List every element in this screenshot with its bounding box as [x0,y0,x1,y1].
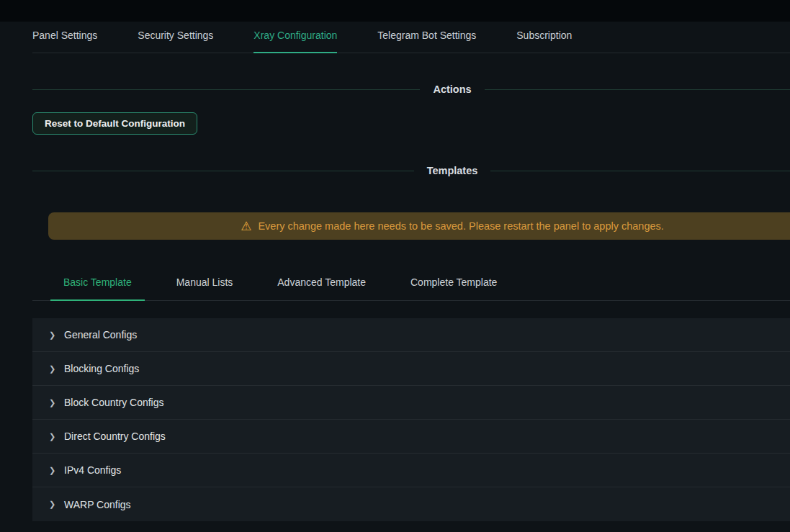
divider-line [32,89,420,90]
accordion-item-blocking-configs[interactable]: ❯ Blocking Configs [32,352,790,386]
subtab-advanced-template[interactable]: Advanced Template [264,270,379,301]
accordion-item-block-country-configs[interactable]: ❯ Block Country Configs [32,386,790,420]
tab-xray-configuration[interactable]: Xray Configuration [253,22,337,53]
warning-banner: ⚠ Every change made here needs to be sav… [48,212,790,240]
accordion-item-label: General Configs [64,329,137,341]
chevron-right-icon: ❯ [49,330,64,340]
tab-telegram-bot-settings[interactable]: Telegram Bot Settings [377,22,476,53]
config-accordion: ❯ General Configs ❯ Blocking Configs ❯ B… [32,318,790,521]
divider-line [32,171,414,171]
tab-subscription[interactable]: Subscription [516,22,572,53]
tab-panel-settings[interactable]: Panel Settings [32,22,97,53]
warning-icon: ⚠ [241,220,251,233]
accordion-item-warp-configs[interactable]: ❯ WARP Configs [32,487,790,521]
chevron-right-icon: ❯ [49,364,64,374]
reset-default-configuration-button[interactable]: Reset to Default Configuration [32,112,197,135]
settings-page: Panel Settings Security Settings Xray Co… [0,22,790,521]
actions-section-title: Actions [420,84,484,95]
accordion-item-label: IPv4 Configs [64,464,121,476]
accordion-item-general-configs[interactable]: ❯ General Configs [32,318,790,352]
top-bar [0,0,790,22]
accordion-item-label: Blocking Configs [64,363,139,374]
accordion-item-label: Block Country Configs [64,397,164,408]
chevron-right-icon: ❯ [49,466,64,475]
subtab-basic-template[interactable]: Basic Template [50,270,145,301]
chevron-right-icon: ❯ [49,398,64,407]
accordion-item-label: WARP Configs [64,499,131,510]
divider-line [485,89,790,90]
templates-section-divider: Templates [32,165,790,176]
chevron-right-icon: ❯ [49,432,64,441]
warning-text: Every change made here needs to be saved… [258,220,663,232]
divider-line [490,171,790,171]
tab-security-settings[interactable]: Security Settings [138,22,213,53]
template-tabs: Basic Template Manual Lists Advanced Tem… [32,270,790,301]
subtab-complete-template[interactable]: Complete Template [398,270,510,301]
accordion-item-direct-country-configs[interactable]: ❯ Direct Country Configs [32,420,790,454]
actions-section-divider: Actions [32,84,790,95]
accordion-item-label: Direct Country Configs [64,430,166,442]
settings-tabs: Panel Settings Security Settings Xray Co… [32,22,790,53]
chevron-right-icon: ❯ [49,500,64,509]
accordion-item-ipv4-configs[interactable]: ❯ IPv4 Configs [32,454,790,487]
templates-section-title: Templates [414,165,491,176]
subtab-manual-lists[interactable]: Manual Lists [163,270,246,301]
